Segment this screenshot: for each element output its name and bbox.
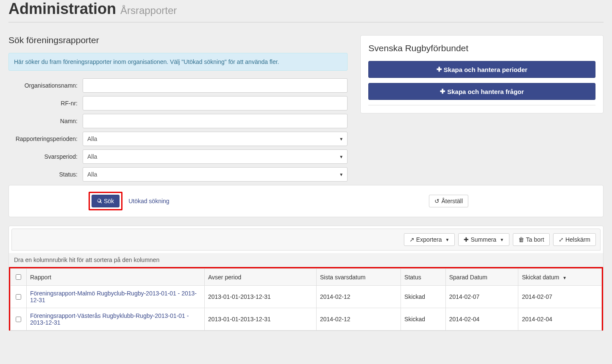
col-status[interactable]: Status xyxy=(401,269,446,286)
sidebar-panel: Svenska Rugbyförbundet ✚ Skapa och hante… xyxy=(360,35,604,113)
label-svar: Svarsperiod: xyxy=(8,153,83,160)
period-select[interactable]: Alla xyxy=(83,132,348,146)
export-button[interactable]: ↗ Exportera ▼ xyxy=(404,233,455,246)
table-row: Föreningsrapport-Västerås Rugbyklubb-Rug… xyxy=(11,308,602,331)
chevron-down-icon: ▼ xyxy=(445,237,450,242)
expand-icon: ⤢ xyxy=(559,236,564,243)
col-saved[interactable]: Sparad Datum xyxy=(445,269,518,286)
results-table: Rapport Avser period Sista svarsdatum St… xyxy=(10,268,602,331)
report-link[interactable]: Föreningsrapport-Malmö Rugbyclub-Rugby-2… xyxy=(30,290,197,303)
search-panel: Sök föreningsrapporter Här söker du fram… xyxy=(8,35,348,182)
label-rfnr: RF-nr: xyxy=(8,100,83,107)
search-icon xyxy=(97,199,102,204)
row-checkbox[interactable] xyxy=(16,317,21,322)
delete-button[interactable]: 🗑 Ta bort xyxy=(513,233,550,246)
export-icon: ↗ xyxy=(409,236,414,243)
col-report[interactable]: Rapport xyxy=(27,269,205,286)
name-input[interactable] xyxy=(83,114,348,128)
svar-select[interactable]: Alla xyxy=(83,149,348,164)
status-select[interactable]: Alla xyxy=(83,167,348,182)
reset-button[interactable]: ↺ Återställ xyxy=(429,195,468,207)
search-button[interactable]: Sök xyxy=(92,195,120,207)
create-questions-button[interactable]: ✚ Skapa och hantera frågor xyxy=(368,83,595,100)
undo-icon: ↺ xyxy=(434,198,440,204)
report-link[interactable]: Föreningsrapport-Västerås Rugbyklubb-Rug… xyxy=(30,312,189,326)
label-period: Rapporteringsperioden: xyxy=(8,135,83,142)
create-periods-button[interactable]: ✚ Skapa och hantera perioder xyxy=(368,61,595,78)
col-sent[interactable]: Skickat datum ▼ xyxy=(518,269,602,286)
label-org: Organisationsnamn: xyxy=(8,82,83,89)
trash-icon: 🗑 xyxy=(518,236,524,243)
page-header: Administration Årsrapporter xyxy=(8,0,604,22)
org-input[interactable] xyxy=(83,78,348,93)
row-checkbox[interactable] xyxy=(16,294,21,300)
results-toolbar: ↗ Exportera ▼ ✚ Summera ▼ 🗑 Ta bort ⤢ He… xyxy=(11,229,601,251)
page-title: Administration xyxy=(8,0,116,17)
page-subtitle: Årsrapporter xyxy=(120,5,177,16)
info-alert: Här söker du fram föreningsrapporter ino… xyxy=(8,53,348,71)
col-deadline[interactable]: Sista svarsdatum xyxy=(316,269,401,286)
chevron-down-icon: ▼ xyxy=(500,237,504,242)
select-all-checkbox[interactable] xyxy=(16,274,21,280)
plus-icon: ✚ xyxy=(437,66,442,73)
extended-search-link[interactable]: Utökad sökning xyxy=(128,198,170,204)
plus-square-icon: ✚ xyxy=(464,236,469,243)
search-action-bar: Sök Utökad sökning ↺ Återställ xyxy=(8,185,604,217)
col-period[interactable]: Avser period xyxy=(205,269,317,286)
divider xyxy=(368,105,595,105)
search-title: Sök föreningsrapporter xyxy=(8,35,348,45)
sidebar-title: Svenska Rugbyförbundet xyxy=(368,43,595,53)
fullscreen-button[interactable]: ⤢ Helskärm xyxy=(553,233,596,246)
label-status: Status: xyxy=(8,171,83,178)
label-name: Namn: xyxy=(8,118,83,124)
table-row: Föreningsrapport-Malmö Rugbyclub-Rugby-2… xyxy=(11,286,602,308)
results-panel: ↗ Exportera ▼ ✚ Summera ▼ 🗑 Ta bort ⤢ He… xyxy=(8,226,604,331)
rfnr-input[interactable] xyxy=(83,96,348,110)
group-hint[interactable]: Dra en kolumnrubrik hit för att sortera … xyxy=(9,253,603,267)
sort-desc-icon: ▼ xyxy=(562,276,567,280)
plus-icon: ✚ xyxy=(440,88,445,95)
sum-button[interactable]: ✚ Summera ▼ xyxy=(458,233,509,246)
